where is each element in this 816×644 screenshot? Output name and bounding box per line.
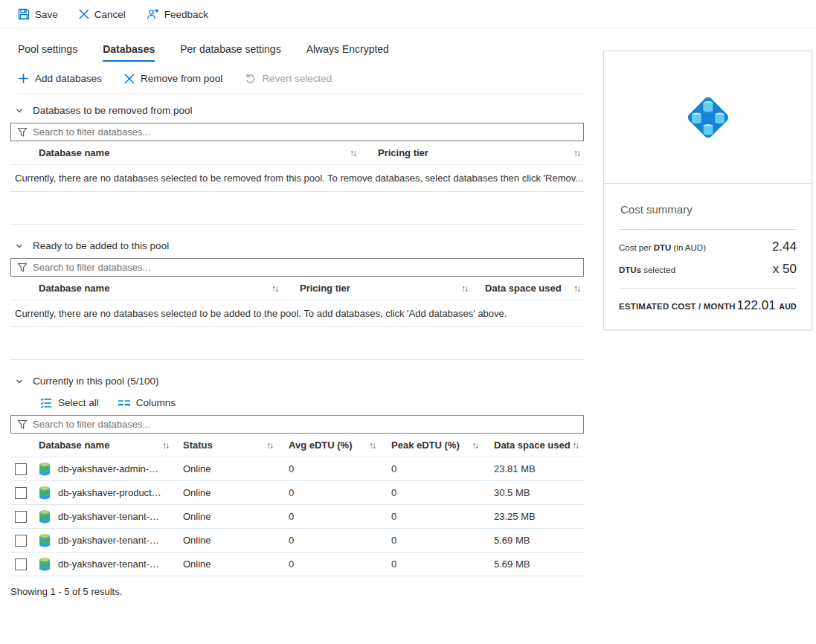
estimated-cost-value: 122.01 AUD — [737, 298, 797, 313]
table-row[interactable]: db-yakshaver-tenant-2… Online 0 0 23.25 … — [10, 505, 584, 529]
tab-always-encrypted[interactable]: Always Encrypted — [306, 43, 389, 62]
feedback-label: Feedback — [164, 9, 208, 20]
database-status: Online — [183, 511, 266, 522]
undo-icon — [245, 73, 256, 84]
row-checkbox[interactable] — [15, 511, 27, 523]
save-button[interactable]: Save — [18, 8, 58, 20]
revert-selected-button[interactable]: Revert selected — [245, 73, 332, 84]
data-space-used-value: 5.69 MB — [494, 535, 584, 546]
data-space-used-value: 23.81 MB — [494, 463, 584, 474]
filter-funnel-icon — [17, 127, 28, 138]
avg-edtu-value: 0 — [289, 511, 369, 522]
tab-databases[interactable]: Databases — [103, 43, 155, 62]
cancel-button[interactable]: Cancel — [79, 9, 126, 20]
peak-edtu-value: 0 — [391, 487, 472, 498]
database-name: db-yakshaver-producti… — [58, 487, 162, 498]
data-space-used-value: 30.5 MB — [494, 487, 584, 498]
sort-icon[interactable]: ↑↓ — [572, 440, 578, 451]
filter-funnel-icon — [17, 419, 28, 430]
remove-from-pool-button[interactable]: Remove from pool — [124, 73, 222, 84]
sort-icon[interactable]: ↑↓ — [266, 440, 289, 451]
add-databases-label: Add databases — [35, 73, 102, 84]
database-icon — [39, 463, 58, 476]
column-database-name: Database name — [39, 147, 109, 158]
row-checkbox[interactable] — [15, 487, 27, 499]
plus-icon — [18, 73, 29, 84]
current-table-header: Database name ↑↓ Status ↑↓ Avg eDTU (%) … — [10, 434, 584, 457]
cost-summary-body: Cost summary Cost per DTU (in AUD) 2.44 … — [604, 184, 812, 329]
sort-icon[interactable]: ↑↓ — [574, 283, 579, 294]
database-name: db-yakshaver-tenant-3… — [58, 558, 162, 570]
table-row[interactable]: db-yakshaver-tenant-3… Online 0 0 5.69 M… — [10, 553, 584, 576]
filter-funnel-icon — [17, 263, 28, 273]
sort-icon[interactable]: ↑↓ — [574, 148, 579, 158]
column-status: Status — [183, 439, 213, 451]
database-icon — [39, 510, 58, 524]
section-added-header[interactable]: Ready to be added to this pool — [15, 240, 584, 251]
chevron-down-icon — [15, 106, 24, 115]
search-added — [10, 258, 584, 277]
peak-edtu-value: 0 — [391, 558, 472, 570]
row-checkbox[interactable] — [15, 558, 27, 570]
close-icon — [79, 9, 89, 19]
database-icon — [39, 534, 58, 547]
section-current-header[interactable]: Currently in this pool (5/100) — [15, 376, 584, 387]
sort-icon[interactable]: ↑↓ — [350, 148, 356, 158]
added-empty-message: Currently, there are no databases select… — [10, 300, 584, 327]
column-database-name: Database name — [39, 439, 109, 451]
table-row[interactable]: db-yakshaver-tenant-4… Online 0 0 5.69 M… — [10, 529, 584, 553]
dtus-selected-value: x 50 — [773, 262, 797, 277]
sort-icon[interactable]: ↑↓ — [162, 440, 183, 451]
revert-selected-label: Revert selected — [262, 73, 332, 84]
peak-edtu-value: 0 — [391, 511, 472, 522]
column-data-space-used: Data space used — [494, 439, 571, 451]
database-name: db-yakshaver-tenant-2… — [58, 511, 162, 522]
columns-icon — [118, 399, 130, 408]
tab-pool-settings[interactable]: Pool settings — [18, 43, 77, 62]
tab-bar: Pool settings Databases Per database set… — [18, 43, 584, 62]
section-added-title: Ready to be added to this pool — [33, 240, 169, 251]
row-checkbox[interactable] — [15, 463, 27, 475]
cost-summary-title: Cost summary — [620, 203, 797, 216]
tab-per-database-settings[interactable]: Per database settings — [180, 43, 280, 62]
cost-summary-card: Cost summary Cost per DTU (in AUD) 2.44 … — [603, 51, 812, 330]
database-status: Online — [183, 463, 266, 474]
feedback-button[interactable]: Feedback — [147, 8, 208, 20]
database-status: Online — [183, 487, 266, 498]
sort-icon[interactable]: ↑↓ — [461, 283, 467, 294]
divider — [619, 288, 797, 289]
removed-table-header: Database name ↑↓ Pricing tier ↑↓ — [10, 141, 584, 165]
sort-icon[interactable]: ↑↓ — [472, 440, 494, 451]
table-row[interactable]: db-yakshaver-producti… Online 0 0 30.5 M… — [10, 481, 584, 505]
add-databases-button[interactable]: Add databases — [18, 73, 102, 84]
dtus-selected-label: DTUs selected — [619, 265, 675, 274]
main-content: Pool settings Databases Per database set… — [10, 43, 584, 597]
column-pricing-tier: Pricing tier — [378, 147, 428, 158]
elastic-pool-icon-area — [604, 51, 812, 184]
sort-icon[interactable]: ↑↓ — [369, 440, 391, 451]
columns-button[interactable]: Columns — [118, 397, 176, 408]
cost-per-dtu-label: Cost per DTU (in AUD) — [619, 243, 706, 252]
cost-per-dtu-row: Cost per DTU (in AUD) 2.44 — [619, 239, 797, 254]
database-name: db-yakshaver-admin-p… — [58, 463, 162, 474]
column-avg-edtu: Avg eDTU (%) — [289, 439, 352, 451]
search-added-input[interactable] — [33, 262, 577, 273]
search-current-input[interactable] — [33, 419, 577, 430]
remove-from-pool-label: Remove from pool — [141, 73, 222, 84]
section-removed-header[interactable]: Databases to be removed from pool — [15, 105, 584, 116]
database-status: Online — [183, 535, 266, 546]
avg-edtu-value: 0 — [289, 463, 369, 474]
row-checkbox[interactable] — [15, 535, 27, 547]
close-icon — [124, 74, 135, 84]
elastic-pool-icon — [680, 89, 736, 146]
avg-edtu-value: 0 — [289, 487, 369, 498]
sort-icon[interactable]: ↑↓ — [272, 283, 277, 294]
table-row[interactable]: db-yakshaver-admin-p… Online 0 0 23.81 M… — [10, 457, 584, 481]
chevron-down-icon — [15, 242, 24, 251]
search-removed-input[interactable] — [33, 126, 577, 138]
select-all-button[interactable]: Select all — [40, 397, 99, 408]
peak-edtu-value: 0 — [391, 535, 472, 546]
peak-edtu-value: 0 — [391, 463, 472, 474]
command-bar: Add databases Remove from pool Revert se… — [18, 73, 584, 94]
select-all-list-icon — [40, 398, 52, 408]
